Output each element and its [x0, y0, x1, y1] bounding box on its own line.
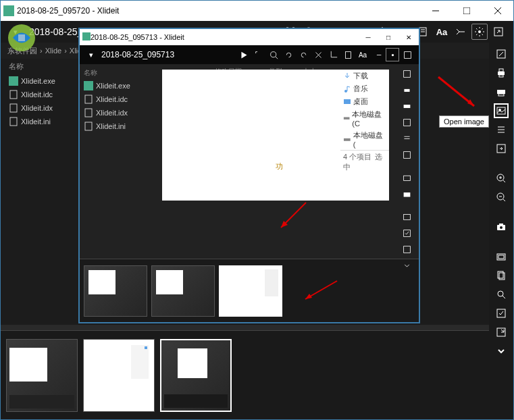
copy-icon[interactable]: [494, 268, 509, 283]
settings-icon[interactable]: [386, 48, 399, 61]
search-icon[interactable]: [494, 287, 509, 302]
popout-icon[interactable]: [490, 24, 507, 40]
svg-rect-48: [498, 255, 504, 259]
clipboard-icon[interactable]: [341, 48, 355, 61]
thumbnail[interactable]: [83, 339, 155, 412]
exe-icon: [9, 76, 18, 86]
edit-icon[interactable]: [400, 67, 413, 80]
print-icon[interactable]: [400, 83, 413, 97]
outer-thumbnail-strip: [1, 330, 489, 419]
list-icon[interactable]: [494, 122, 509, 137]
rotate-left-icon[interactable]: [282, 48, 295, 61]
svg-rect-26: [498, 72, 505, 75]
quick-access-panel: 下载 音乐 桌面 本地磁盘 (C 本地磁盘 ( 4 个项目 选中: [340, 70, 389, 174]
share-icon[interactable]: [453, 24, 469, 40]
svg-rect-81: [403, 214, 410, 219]
inner-close-button[interactable]: ✕: [399, 29, 419, 45]
file-row[interactable]: Xlideit.ini: [9, 115, 76, 128]
svg-rect-29: [497, 90, 505, 94]
open-image-icon[interactable]: [494, 103, 509, 118]
thumbnail[interactable]: [151, 265, 215, 317]
maximize-button[interactable]: [451, 1, 482, 21]
export-icon[interactable]: [400, 148, 413, 161]
watermark-logo: [6, 22, 37, 55]
crop-icon[interactable]: [326, 48, 340, 61]
settings-icon[interactable]: [471, 24, 488, 40]
file-row[interactable]: Xlideit.idx: [9, 101, 76, 115]
zoom-out-icon[interactable]: [494, 190, 509, 205]
svg-rect-75: [403, 119, 410, 126]
thumbnail[interactable]: [6, 339, 78, 412]
qa-disk-c[interactable]: 本地磁盘 (C: [340, 108, 389, 129]
svg-rect-72: [403, 70, 410, 77]
qa-desktop[interactable]: 桌面: [340, 95, 389, 108]
share-icon[interactable]: [371, 48, 384, 61]
svg-rect-67: [85, 122, 92, 130]
file-row[interactable]: Xlideit.ini: [84, 120, 158, 133]
thumbnail[interactable]: [84, 265, 147, 317]
chevron-down-icon[interactable]: [494, 344, 509, 359]
file-row[interactable]: Xlideit.idc: [9, 88, 76, 101]
folder-icon[interactable]: [400, 171, 413, 184]
text-icon[interactable]: Aa: [434, 24, 450, 40]
tooltip-open-image: Open image: [439, 115, 489, 128]
file-row[interactable]: Xlideit.idc: [84, 93, 158, 106]
svg-point-51: [498, 291, 503, 296]
file-row[interactable]: Xlideit.exe: [84, 79, 158, 93]
inner-caption: 2018-08-25_095713: [99, 50, 236, 59]
move-icon[interactable]: [494, 325, 509, 340]
svg-rect-79: [403, 176, 410, 180]
svg-rect-78: [403, 151, 410, 158]
scale-icon[interactable]: [400, 115, 413, 129]
check-icon[interactable]: [494, 306, 509, 321]
close-button[interactable]: [482, 1, 513, 21]
play-icon[interactable]: [237, 48, 251, 61]
svg-point-57: [270, 51, 276, 57]
edit-icon[interactable]: [494, 47, 509, 61]
qa-downloads[interactable]: 下载: [340, 70, 389, 82]
inner-maximize-button[interactable]: □: [378, 29, 399, 45]
svg-point-68: [344, 90, 347, 93]
qa-disk[interactable]: 本地磁盘 (: [340, 129, 389, 150]
inner-thumbnail-strip: [80, 259, 419, 322]
print-icon[interactable]: [494, 65, 509, 80]
qa-music[interactable]: 音乐: [340, 82, 389, 95]
delete-icon[interactable]: [311, 48, 325, 61]
file-icon: [9, 117, 18, 126]
image-icon[interactable]: [400, 210, 413, 224]
svg-rect-22: [10, 117, 17, 126]
app-icon: [3, 5, 14, 16]
camera-icon[interactable]: [494, 219, 509, 234]
print2-icon[interactable]: [494, 84, 509, 99]
inner-file-panel: 名称 Xlideit.exe Xlideit.idc Xlideit.idx X…: [84, 67, 158, 133]
folder-icon[interactable]: [494, 249, 509, 264]
fit-icon[interactable]: [252, 48, 265, 61]
zoom-in-icon[interactable]: [494, 171, 509, 186]
file-row[interactable]: Xlideit.exe: [9, 74, 76, 88]
column-header-name: 名称: [9, 59, 76, 74]
svg-rect-73: [404, 88, 409, 91]
export-icon[interactable]: [494, 141, 509, 156]
inner-minimize-button[interactable]: ─: [358, 29, 378, 45]
popout-icon[interactable]: [401, 48, 414, 61]
zoom-icon[interactable]: [267, 48, 280, 61]
check-icon[interactable]: [400, 226, 413, 240]
svg-rect-74: [403, 105, 410, 108]
print2-icon[interactable]: [400, 99, 413, 113]
minimize-button[interactable]: [420, 1, 451, 21]
text-icon[interactable]: Aa: [356, 48, 369, 61]
svg-point-62: [391, 53, 393, 55]
rotate-right-icon[interactable]: [297, 48, 310, 61]
svg-rect-19: [9, 76, 18, 86]
thumbnail-selected[interactable]: [160, 339, 232, 412]
chevron-down-icon[interactable]: [400, 259, 413, 272]
inner-titlebar: 2018-08-25_095713 - Xlideit ─ □ ✕: [80, 29, 419, 45]
outer-file-panel: 名称 Xlideit.exe Xlideit.idc Xlideit.idx X…: [9, 59, 76, 128]
nav-dropdown-icon[interactable]: ▾: [84, 48, 98, 61]
camera-icon[interactable]: [400, 187, 413, 201]
file-row[interactable]: Xlideit.idx: [84, 106, 158, 120]
thumbnail-selected[interactable]: [219, 265, 282, 317]
list-icon[interactable]: [400, 132, 413, 145]
move-icon[interactable]: [400, 242, 413, 256]
svg-rect-64: [84, 81, 93, 90]
